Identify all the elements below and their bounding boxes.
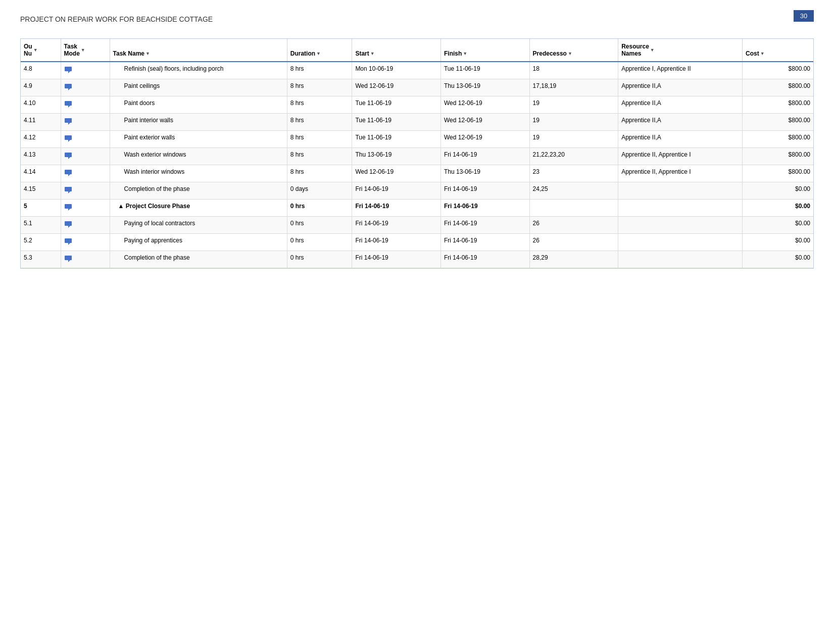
cell-mode <box>61 148 110 165</box>
sort-icon-duration: ▼ <box>316 51 321 56</box>
cell-finish: Thu 13-06-19 <box>440 165 529 182</box>
task-table: OuNu ▼ TaskMode ▼ Task Name ▼ <box>21 39 813 268</box>
col-header-mode[interactable]: TaskMode ▼ <box>61 39 110 62</box>
task-mode-icon <box>64 120 74 127</box>
cell-ou: 4.14 <box>21 165 61 182</box>
table-row: 4.11 Paint interior walls8 hrsTue 11-06-… <box>21 114 813 131</box>
svg-marker-5 <box>68 106 70 108</box>
cell-taskname: Paint doors <box>110 96 287 114</box>
svg-marker-19 <box>68 226 70 228</box>
cell-cost: $800.00 <box>742 62 813 79</box>
cell-ou: 4.11 <box>21 114 61 131</box>
cell-finish: Wed 12-06-19 <box>440 114 529 131</box>
svg-marker-15 <box>68 191 70 193</box>
cell-start: Fri 14-06-19 <box>352 251 441 268</box>
cell-cost: $0.00 <box>742 200 813 217</box>
task-mode-icon <box>64 172 74 179</box>
sort-icon-mode: ▼ <box>81 47 85 53</box>
cell-finish: Fri 14-06-19 <box>440 148 529 165</box>
cell-taskname: Paint interior walls <box>110 114 287 131</box>
col-header-ou[interactable]: OuNu ▼ <box>21 39 61 62</box>
cell-start: Thu 13-06-19 <box>352 148 441 165</box>
task-mode-icon <box>64 258 74 265</box>
table-row: 5.3 Completion of the phase0 hrsFri 14-0… <box>21 251 813 268</box>
sort-icon-start: ▼ <box>370 51 375 56</box>
sort-icon-finish: ▼ <box>463 51 467 56</box>
cell-predecessor: 19 <box>529 114 618 131</box>
svg-rect-18 <box>65 221 72 226</box>
table-row: 4.12 Paint exterior walls8 hrsTue 11-06-… <box>21 131 813 148</box>
task-mode-icon <box>64 69 74 76</box>
cell-resource: Apprentice II, Apprentice I <box>618 148 743 165</box>
col-header-cost[interactable]: Cost ▼ <box>742 39 813 62</box>
task-mode-icon <box>64 206 74 213</box>
task-mode-icon <box>64 137 74 144</box>
cell-duration: 8 hrs <box>287 96 352 114</box>
table-header: OuNu ▼ TaskMode ▼ Task Name ▼ <box>21 39 813 62</box>
cell-taskname: Paying of apprentices <box>110 234 287 251</box>
cell-taskname: Paint exterior walls <box>110 131 287 148</box>
cell-predecessor: 24,25 <box>529 182 618 200</box>
cell-taskname: Completion of the phase <box>110 182 287 200</box>
cell-resource: Apprentice II,A <box>618 96 743 114</box>
cell-ou: 5 <box>21 200 61 217</box>
cell-resource: Apprentice II, Apprentice I <box>618 165 743 182</box>
cell-duration: 0 hrs <box>287 200 352 217</box>
cell-mode <box>61 96 110 114</box>
cell-cost: $800.00 <box>742 165 813 182</box>
svg-rect-12 <box>65 170 72 174</box>
cell-predecessor <box>529 200 618 217</box>
cell-predecessor: 28,29 <box>529 251 618 268</box>
cell-start: Tue 11-06-19 <box>352 114 441 131</box>
cell-finish: Fri 14-06-19 <box>440 217 529 234</box>
svg-rect-10 <box>65 153 72 157</box>
svg-rect-2 <box>65 84 72 88</box>
cell-start: Fri 14-06-19 <box>352 234 441 251</box>
cell-mode <box>61 234 110 251</box>
svg-marker-21 <box>68 243 70 245</box>
cell-cost: $0.00 <box>742 251 813 268</box>
svg-rect-16 <box>65 204 72 209</box>
cell-predecessor: 26 <box>529 234 618 251</box>
table-row: 4.8 Refinish (seal) floors, including po… <box>21 62 813 79</box>
cell-finish: Fri 14-06-19 <box>440 200 529 217</box>
cell-predecessor: 19 <box>529 131 618 148</box>
cell-taskname: Wash interior windows <box>110 165 287 182</box>
cell-finish: Fri 14-06-19 <box>440 182 529 200</box>
cell-resource <box>618 217 743 234</box>
sort-icon-predecessor: ▼ <box>568 51 572 56</box>
svg-marker-17 <box>68 209 70 211</box>
cell-finish: Fri 14-06-19 <box>440 251 529 268</box>
cell-ou: 4.10 <box>21 96 61 114</box>
cell-start: Wed 12-06-19 <box>352 165 441 182</box>
cell-mode <box>61 251 110 268</box>
col-header-start[interactable]: Start ▼ <box>352 39 441 62</box>
col-header-predecessor[interactable]: Predecesso ▼ <box>529 39 618 62</box>
cell-mode <box>61 79 110 96</box>
col-header-finish[interactable]: Finish ▼ <box>440 39 529 62</box>
cell-finish: Thu 13-06-19 <box>440 79 529 96</box>
cell-finish: Fri 14-06-19 <box>440 234 529 251</box>
svg-marker-7 <box>68 123 70 125</box>
cell-cost: $800.00 <box>742 79 813 96</box>
cell-resource: Apprentice II,A <box>618 114 743 131</box>
task-mode-icon <box>64 223 74 230</box>
cell-ou: 4.13 <box>21 148 61 165</box>
cell-resource <box>618 234 743 251</box>
col-header-duration[interactable]: Duration ▼ <box>287 39 352 62</box>
cell-ou: 4.15 <box>21 182 61 200</box>
cell-start: Tue 11-06-19 <box>352 96 441 114</box>
table-row: 4.14 Wash interior windows8 hrsWed 12-06… <box>21 165 813 182</box>
cell-taskname: Wash exterior windows <box>110 148 287 165</box>
cell-duration: 8 hrs <box>287 165 352 182</box>
cell-resource: Apprentice II,A <box>618 131 743 148</box>
cell-predecessor: 18 <box>529 62 618 79</box>
col-header-resource[interactable]: ResourceNames ▼ <box>618 39 743 62</box>
table-row: 4.10 Paint doors8 hrsTue 11-06-19Wed 12-… <box>21 96 813 114</box>
table-body: 4.8 Refinish (seal) floors, including po… <box>21 62 813 268</box>
table-row: 4.13 Wash exterior windows8 hrsThu 13-06… <box>21 148 813 165</box>
cell-taskname: Refinish (seal) floors, including porch <box>110 62 287 79</box>
col-header-taskname[interactable]: Task Name ▼ <box>110 39 287 62</box>
table-row: 4.9 Paint ceilings8 hrsWed 12-06-19Thu 1… <box>21 79 813 96</box>
cell-start: Fri 14-06-19 <box>352 200 441 217</box>
